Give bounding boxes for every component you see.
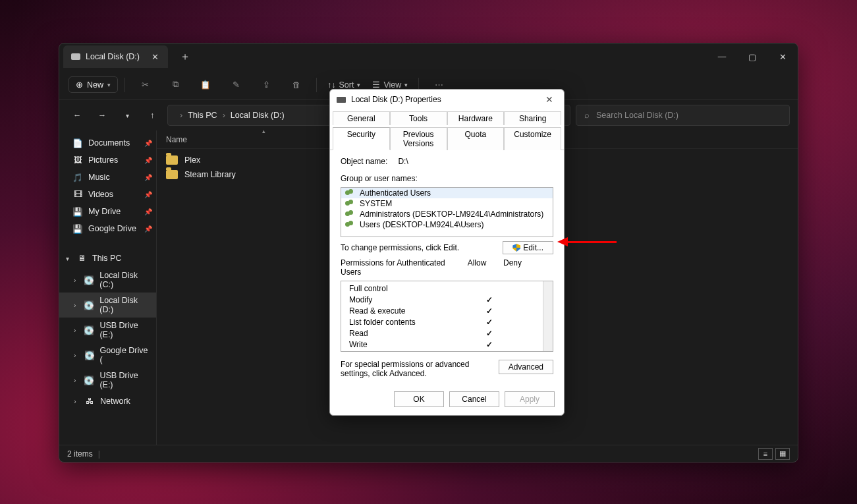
object-name-label: Object name:	[341, 157, 387, 166]
users-icon	[345, 210, 356, 218]
up-button[interactable]: ↑	[142, 111, 162, 120]
tab-previous-versions[interactable]: Previous Versions	[390, 127, 447, 150]
ok-button[interactable]: OK	[394, 391, 444, 407]
disk-icon	[337, 97, 346, 103]
sort-indicator-icon: ▴	[262, 128, 265, 134]
sidebar-drive-item[interactable]: ›💽Local Disk (C:)	[59, 267, 156, 293]
group-name: Authenticated Users	[360, 188, 431, 198]
sidebar-item-label: My Drive	[88, 207, 121, 216]
users-icon	[345, 189, 356, 197]
maximize-button[interactable]: ▢	[737, 43, 767, 70]
file-name: Plex	[184, 155, 200, 165]
sidebar-quickaccess-item[interactable]: 📄Documents📌	[59, 134, 156, 152]
drive-icon: 💾	[72, 206, 83, 217]
pin-icon: 📌	[144, 225, 152, 233]
chevron-right-icon: ›	[71, 377, 78, 384]
sort-dropdown[interactable]: ↑↓ Sort ▾	[323, 80, 364, 90]
breadcrumb-root[interactable]: This PC	[188, 111, 217, 120]
tab-hardware[interactable]: Hardware	[447, 111, 505, 125]
new-tab-button[interactable]: ＋	[180, 50, 190, 64]
permission-row: Write ✓	[341, 339, 543, 350]
recent-button[interactable]: ▾	[117, 112, 137, 119]
sidebar-quickaccess-item[interactable]: 🎵Music📌	[59, 169, 156, 186]
tab-tools[interactable]: Tools	[390, 111, 447, 125]
toolbar-separator	[124, 78, 125, 92]
sidebar-item-label: Local Disk (C:)	[99, 271, 151, 289]
allow-cell: ✓	[472, 329, 507, 338]
search-input[interactable]: ⌕ Search Local Disk (D:)	[576, 105, 790, 126]
cancel-button[interactable]: Cancel	[449, 391, 499, 407]
sidebar-this-pc[interactable]: ▾ 🖥 This PC	[59, 249, 156, 267]
tab-general[interactable]: General	[333, 111, 390, 125]
tab-close-icon[interactable]: ✕	[152, 52, 159, 62]
sort-icon: ↑↓	[327, 80, 336, 90]
close-window-button[interactable]: ✕	[767, 43, 798, 70]
delete-icon[interactable]: 🗑	[283, 74, 310, 96]
object-name-value: D:\	[398, 157, 408, 166]
pc-icon: 🖥	[76, 253, 87, 264]
share-icon[interactable]: ⇪	[253, 74, 279, 96]
tab-customize[interactable]: Customize	[504, 127, 561, 150]
tab-sharing[interactable]: Sharing	[504, 111, 561, 125]
close-icon[interactable]: ✕	[541, 93, 557, 106]
sidebar-drive-item[interactable]: ›💽USB Drive (E:)	[59, 368, 156, 393]
paste-icon[interactable]: 📋	[192, 74, 219, 96]
permissions-header: Permissions for Authenticated Users	[341, 258, 459, 277]
documents-icon: 📄	[72, 138, 83, 148]
group-name: SYSTEM	[360, 199, 392, 208]
dialog-title: Local Disk (D:) Properties	[351, 95, 441, 104]
file-name: Steam Library	[184, 170, 236, 179]
edit-button[interactable]: Edit...	[503, 241, 553, 254]
window-tab[interactable]: Local Disk (D:) ✕	[63, 45, 168, 68]
group-name: Administrators (DESKTOP-LM924L4\Administ…	[360, 210, 543, 219]
group-row[interactable]: Authenticated Users	[341, 188, 553, 198]
advanced-button[interactable]: Advanced	[499, 360, 553, 374]
pin-icon: 📌	[144, 140, 152, 147]
sidebar-quickaccess-item[interactable]: 💾My Drive📌	[59, 203, 156, 220]
pictures-icon: 🖼	[72, 155, 83, 165]
sidebar-quickaccess-item[interactable]: 🎞Videos📌	[59, 186, 156, 203]
minimize-button[interactable]: —	[707, 43, 737, 70]
cut-icon[interactable]: ✂	[132, 74, 158, 96]
apply-button[interactable]: Apply	[505, 391, 555, 407]
this-pc-label: This PC	[92, 254, 121, 263]
details-view-button[interactable]: ≡	[758, 448, 773, 460]
folder-icon	[166, 170, 178, 179]
sidebar-drive-item[interactable]: ›💽Local Disk (D:)	[59, 293, 156, 318]
permission-row: Full control	[341, 283, 543, 294]
permissions-list: Full control Modify ✓ Read & execute ✓ L…	[341, 281, 553, 352]
allow-cell: ✓	[472, 295, 507, 304]
group-list[interactable]: Authenticated UsersSYSTEMAdministrators …	[341, 187, 553, 237]
scrollbar[interactable]	[543, 281, 553, 351]
view-dropdown[interactable]: ☰ View ▾	[368, 80, 412, 90]
sidebar-quickaccess-item[interactable]: 💾Google Drive📌	[59, 220, 156, 237]
forward-button[interactable]: →	[92, 111, 112, 120]
group-row[interactable]: SYSTEM	[341, 198, 553, 209]
chevron-down-icon: ▾	[357, 82, 360, 88]
chevron-right-icon: ›	[223, 111, 225, 120]
group-row[interactable]: Users (DESKTOP-LM924L4\Users)	[341, 219, 553, 230]
rename-icon[interactable]: ✎	[223, 74, 249, 96]
sidebar-quickaccess-item[interactable]: 🖼Pictures📌	[59, 152, 156, 169]
edit-button-label: Edit...	[523, 243, 543, 252]
copy-icon[interactable]: ⧉	[162, 74, 188, 96]
new-button[interactable]: ⊕ New ▾	[69, 76, 118, 93]
users-icon	[345, 200, 356, 208]
sidebar-drive-item[interactable]: ›💽USB Drive (E:)	[59, 318, 156, 343]
status-separator: |	[98, 449, 100, 459]
tab-security[interactable]: Security	[333, 127, 390, 150]
sort-label: Sort	[339, 80, 354, 90]
back-button[interactable]: ←	[67, 111, 87, 120]
drive-icon: 🖧	[84, 396, 95, 406]
group-row[interactable]: Administrators (DESKTOP-LM924L4\Administ…	[341, 209, 553, 219]
sidebar-drive-item[interactable]: ›🖧Network	[59, 393, 156, 410]
new-button-label: New	[87, 80, 103, 90]
pin-icon: 📌	[144, 208, 152, 215]
chevron-right-icon: ›	[71, 398, 79, 405]
sidebar-drive-item[interactable]: ›💽Google Drive (	[59, 343, 156, 368]
breadcrumb-current[interactable]: Local Disk (D:)	[231, 111, 285, 120]
sidebar-item-label: Google Drive	[88, 224, 136, 233]
tab-quota[interactable]: Quota	[447, 127, 505, 150]
tiles-view-button[interactable]: ▦	[775, 448, 790, 460]
chevron-down-icon: ▾	[107, 82, 111, 88]
